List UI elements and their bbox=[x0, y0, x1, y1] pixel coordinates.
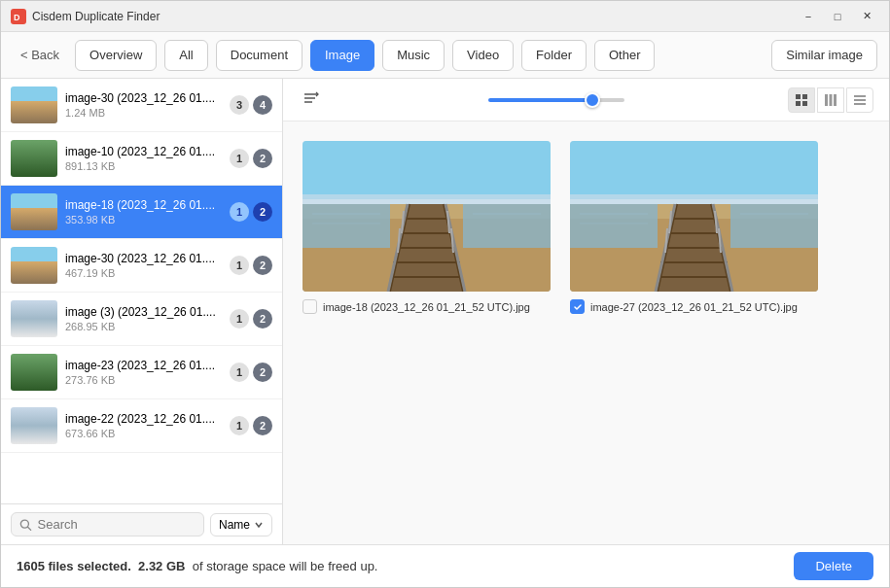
badge-count-1: 1 bbox=[230, 256, 249, 275]
file-thumbnail bbox=[11, 140, 57, 177]
list-item[interactable]: image-22 (2023_12_26 01.... 673.66 KB 1 … bbox=[1, 399, 282, 453]
right-panel: image-18 (2023_12_26 01_21_52 UTC).jpg bbox=[283, 79, 889, 544]
svg-rect-36 bbox=[303, 204, 390, 248]
tab-document[interactable]: Document bbox=[216, 40, 303, 71]
similar-image-button[interactable]: Similar image bbox=[771, 40, 877, 71]
tab-music[interactable]: Music bbox=[382, 40, 445, 71]
badge-count-2: 2 bbox=[253, 256, 272, 275]
svg-line-3 bbox=[28, 527, 31, 530]
search-wrapper[interactable] bbox=[11, 512, 204, 536]
main-content: image-30 (2023_12_26 01.... 1.24 MB 3 4 … bbox=[1, 79, 889, 544]
tab-video[interactable]: Video bbox=[452, 40, 514, 71]
file-name: image-30 (2023_12_26 01.... bbox=[65, 252, 222, 265]
svg-rect-42 bbox=[570, 141, 818, 199]
badge-count-1: 1 bbox=[230, 202, 249, 222]
right-toolbar bbox=[283, 79, 889, 121]
image-checkbox-1[interactable] bbox=[303, 299, 317, 314]
file-thumbnail bbox=[11, 247, 57, 284]
file-thumbnail bbox=[11, 300, 57, 337]
tab-overview[interactable]: Overview bbox=[75, 40, 157, 71]
tab-all[interactable]: All bbox=[164, 40, 207, 71]
svg-rect-13 bbox=[834, 94, 837, 106]
file-size: 1.24 MB bbox=[65, 107, 222, 119]
list-item[interactable]: image-30 (2023_12_26 01.... 1.24 MB 3 4 bbox=[1, 79, 282, 132]
badge-count-2: 2 bbox=[253, 309, 272, 329]
svg-rect-12 bbox=[830, 94, 833, 106]
file-info: image-18 (2023_12_26 01.... 353.98 KB bbox=[65, 198, 222, 225]
sort-button[interactable]: Name bbox=[210, 513, 272, 536]
sort-order-button[interactable] bbox=[299, 86, 324, 115]
svg-rect-60 bbox=[570, 204, 658, 248]
list-item[interactable]: image-10 (2023_12_26 01.... 891.13 KB 1 … bbox=[1, 132, 282, 186]
status-text: 1605 files selected. 2.32 GB of storage … bbox=[17, 559, 790, 573]
file-badges: 1 2 bbox=[230, 149, 272, 168]
close-button[interactable]: ✕ bbox=[854, 7, 879, 26]
list-item[interactable]: image-23 (2023_12_26 01.... 273.76 KB 1 … bbox=[1, 346, 282, 399]
svg-rect-37 bbox=[463, 204, 551, 248]
file-thumbnail bbox=[11, 193, 57, 230]
tab-folder[interactable]: Folder bbox=[521, 40, 587, 71]
left-panel: image-30 (2023_12_26 01.... 1.24 MB 3 4 … bbox=[1, 79, 283, 544]
svg-rect-18 bbox=[303, 141, 551, 199]
column-view-button[interactable] bbox=[817, 87, 844, 113]
status-size: 2.32 GB bbox=[138, 559, 185, 573]
image-checkbox-2[interactable] bbox=[570, 299, 585, 314]
minimize-button[interactable]: − bbox=[796, 7, 821, 26]
back-button[interactable]: < Back bbox=[13, 44, 67, 66]
grid-view-button[interactable] bbox=[788, 87, 815, 113]
image-preview bbox=[303, 141, 551, 292]
window-controls: − □ ✕ bbox=[796, 7, 879, 26]
svg-rect-9 bbox=[796, 101, 801, 106]
file-thumbnail bbox=[11, 354, 57, 391]
app-title: Cisdem Duplicate Finder bbox=[32, 10, 796, 23]
list-item[interactable]: image (3) (2023_12_26 01.... 268.95 KB 1… bbox=[1, 293, 282, 346]
file-name: image (3) (2023_12_26 01.... bbox=[65, 305, 222, 319]
file-size: 673.66 KB bbox=[65, 428, 222, 439]
tab-image[interactable]: Image bbox=[310, 40, 374, 71]
file-badges: 1 2 bbox=[230, 363, 272, 382]
svg-rect-61 bbox=[730, 204, 818, 248]
file-size: 273.76 KB bbox=[65, 374, 222, 386]
file-info: image-30 (2023_12_26 01.... 467.19 KB bbox=[65, 252, 222, 279]
file-size: 353.98 KB bbox=[65, 214, 222, 225]
file-name: image-10 (2023_12_26 01.... bbox=[65, 145, 222, 158]
file-info: image-10 (2023_12_26 01.... 891.13 KB bbox=[65, 145, 222, 172]
badge-count-1: 1 bbox=[230, 309, 249, 329]
chevron-down-icon bbox=[254, 520, 264, 530]
badge-count-1: 1 bbox=[230, 416, 249, 435]
file-thumbnail bbox=[11, 407, 57, 444]
file-name: image-18 (2023_12_26 01.... bbox=[65, 198, 222, 212]
file-badges: 1 2 bbox=[230, 202, 272, 222]
badge-count-2: 4 bbox=[253, 95, 272, 115]
search-input[interactable] bbox=[38, 517, 196, 532]
file-size: 891.13 KB bbox=[65, 160, 222, 172]
list-view-button[interactable] bbox=[846, 87, 873, 113]
file-size: 268.95 KB bbox=[65, 321, 222, 332]
svg-rect-7 bbox=[796, 94, 801, 99]
zoom-slider-container bbox=[336, 98, 776, 102]
file-info: image-30 (2023_12_26 01.... 1.24 MB bbox=[65, 91, 222, 119]
sort-label: Name bbox=[219, 518, 250, 532]
zoom-slider[interactable] bbox=[488, 98, 624, 102]
image-label-row-2: image-27 (2023_12_26 01_21_52 UTC).jpg bbox=[570, 299, 818, 314]
svg-rect-14 bbox=[854, 95, 866, 97]
file-list: image-30 (2023_12_26 01.... 1.24 MB 3 4 … bbox=[1, 79, 282, 503]
app-icon: D bbox=[11, 9, 26, 24]
image-label-row: image-18 (2023_12_26 01_21_52 UTC).jpg bbox=[303, 299, 551, 314]
file-thumbnail bbox=[11, 86, 57, 123]
svg-rect-11 bbox=[825, 94, 828, 106]
list-item[interactable]: image-18 (2023_12_26 01.... 353.98 KB 1 … bbox=[1, 186, 282, 239]
file-badges: 1 2 bbox=[230, 416, 272, 435]
badge-count-2: 2 bbox=[253, 416, 272, 435]
list-item[interactable]: image-30 (2023_12_26 01.... 467.19 KB 1 … bbox=[1, 239, 282, 293]
tab-other[interactable]: Other bbox=[594, 40, 656, 71]
maximize-button[interactable]: □ bbox=[825, 7, 850, 26]
status-bar: 1605 files selected. 2.32 GB of storage … bbox=[1, 544, 889, 587]
delete-button[interactable]: Delete bbox=[794, 552, 873, 580]
file-info: image-22 (2023_12_26 01.... 673.66 KB bbox=[65, 412, 222, 439]
svg-rect-16 bbox=[854, 103, 866, 105]
file-name: image-22 (2023_12_26 01.... bbox=[65, 412, 222, 426]
svg-text:D: D bbox=[14, 13, 20, 22]
nav-bar: < Back Overview All Document Image Music… bbox=[1, 32, 889, 79]
badge-count-1: 1 bbox=[230, 363, 249, 382]
